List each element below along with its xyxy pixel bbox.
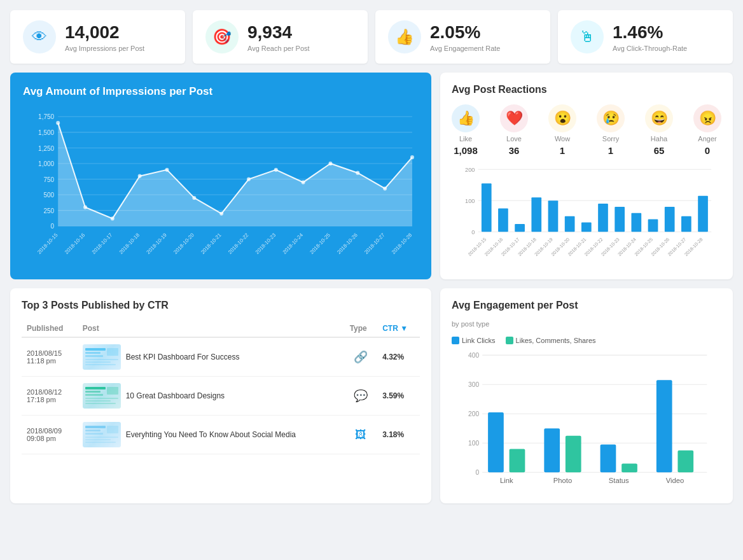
- svg-text:2018-10-19: 2018-10-19: [146, 232, 169, 255]
- table-header: Published Post Type CTR ▼: [22, 320, 420, 337]
- reaction-emoji-haha: 😄: [645, 104, 673, 132]
- cell-ctr-0: 4.32%: [377, 337, 420, 377]
- svg-text:0: 0: [471, 229, 475, 235]
- svg-text:Status: Status: [609, 477, 629, 484]
- svg-rect-81: [85, 355, 103, 357]
- col-published: Published: [22, 320, 78, 337]
- reaction-emoji-anger: 😠: [693, 104, 721, 132]
- kpi-info-impressions: 14,002 Avg Impressions per Post: [65, 22, 144, 52]
- svg-rect-50: [482, 183, 492, 232]
- svg-text:1,000: 1,000: [38, 160, 54, 167]
- svg-text:0: 0: [475, 469, 479, 476]
- svg-point-35: [192, 196, 196, 200]
- svg-rect-57: [598, 204, 608, 232]
- svg-rect-83: [85, 359, 118, 360]
- reaction-label-sorry: Sorry: [602, 135, 619, 143]
- svg-rect-99: [85, 437, 118, 438]
- svg-point-31: [83, 206, 87, 209]
- svg-rect-54: [548, 200, 559, 232]
- kpi-value-ctr: 1.46%: [613, 22, 687, 43]
- svg-text:400: 400: [468, 352, 479, 359]
- cell-type-0: 🔗: [345, 337, 378, 377]
- cell-type-1: 💬: [345, 377, 378, 416]
- svg-rect-51: [498, 208, 508, 232]
- impressions-chart-title: Avg Amount of Impressions per Post: [23, 85, 419, 98]
- reaction-label-anger: Anger: [698, 135, 716, 143]
- svg-rect-101: [85, 442, 116, 443]
- svg-text:2018-10-27: 2018-10-27: [363, 232, 386, 255]
- kpi-label-reach: Avg Reach per Post: [247, 45, 310, 52]
- svg-rect-95: [85, 426, 106, 428]
- table-title: Top 3 Posts Published by CTR: [22, 300, 420, 311]
- svg-rect-87: [85, 387, 106, 389]
- svg-rect-58: [615, 207, 625, 232]
- cell-type-2: 🖼: [345, 416, 378, 454]
- svg-text:2018-10-21: 2018-10-21: [200, 232, 223, 255]
- svg-rect-97: [85, 433, 103, 435]
- svg-text:100: 100: [468, 440, 479, 447]
- svg-text:2018-10-28: 2018-10-28: [683, 237, 704, 257]
- kpi-value-engagement: 2.05%: [430, 22, 500, 43]
- svg-point-36: [219, 211, 223, 215]
- table-row: 2018/08/1217:18 pm 10 Great Dashboard De…: [22, 377, 420, 416]
- reaction-emoji-sorry: 😢: [597, 104, 625, 132]
- impressions-chart-panel: Avg Amount of Impressions per Post 02505…: [10, 73, 431, 279]
- svg-text:2018-10-25: 2018-10-25: [309, 232, 332, 255]
- engagement-legend: Link ClicksLikes, Comments, Shares: [452, 337, 721, 344]
- cell-ctr-1: 3.59%: [377, 377, 420, 416]
- svg-rect-93: [85, 403, 116, 404]
- svg-text:200: 200: [468, 410, 479, 417]
- reaction-count-haha: 65: [654, 145, 665, 156]
- reaction-emoji-love: ❤️: [500, 104, 528, 132]
- svg-point-37: [247, 177, 251, 181]
- svg-text:2018-10-28: 2018-10-28: [391, 232, 413, 255]
- kpi-label-ctr: Avg Click-Through-Rate: [613, 45, 687, 52]
- svg-rect-119: [621, 463, 637, 472]
- svg-point-33: [138, 174, 142, 178]
- engagement-title: Avg Engagement per Post: [452, 300, 721, 311]
- svg-rect-84: [85, 361, 111, 363]
- svg-text:Link: Link: [500, 477, 513, 484]
- kpi-value-impressions: 14,002: [65, 22, 144, 43]
- kpi-icon-engagement: 👍: [388, 20, 421, 53]
- reactions-row: 👍 Like 1,098 ❤️ Love 36 😮 Wow 1 😢 Sorry …: [452, 104, 721, 156]
- reaction-emoji-like: 👍: [452, 104, 480, 132]
- svg-rect-52: [515, 224, 525, 232]
- legend-item-likescommentsshares: Likes, Comments, Shares: [506, 337, 596, 344]
- post-title-2: Everyhting You Need To Know About Social…: [126, 430, 296, 440]
- svg-rect-88: [85, 391, 101, 393]
- reaction-label-wow: Wow: [555, 135, 570, 143]
- bottom-grid: Top 3 Posts Published by CTR Published P…: [10, 288, 733, 503]
- svg-text:200: 200: [465, 167, 475, 173]
- svg-point-43: [410, 155, 414, 159]
- svg-rect-98: [107, 426, 118, 433]
- kpi-value-reach: 9,934: [247, 22, 310, 43]
- reaction-item-anger: 😠 Anger 0: [693, 104, 721, 156]
- reaction-emoji-wow: 😮: [548, 104, 576, 132]
- kpi-card-impressions: 👁 14,002 Avg Impressions per Post: [10, 10, 185, 64]
- col-post: Post: [78, 320, 345, 337]
- reactions-panel: Avg Post Reactions 👍 Like 1,098 ❤️ Love …: [440, 73, 733, 279]
- svg-rect-113: [510, 449, 525, 472]
- svg-point-32: [111, 216, 115, 220]
- svg-rect-100: [85, 439, 111, 440]
- svg-rect-59: [631, 213, 641, 232]
- kpi-card-ctr: 🖱 1.46% Avg Click-Through-Rate: [558, 10, 733, 64]
- kpi-info-reach: 9,934 Avg Reach per Post: [247, 22, 310, 52]
- svg-rect-60: [648, 220, 658, 232]
- reaction-item-haha: 😄 Haha 65: [645, 104, 673, 156]
- kpi-info-ctr: 1.46% Avg Click-Through-Rate: [613, 22, 687, 52]
- kpi-icon-impressions: 👁: [23, 20, 56, 53]
- svg-text:500: 500: [43, 192, 54, 199]
- svg-text:Video: Video: [666, 477, 684, 484]
- kpi-card-engagement: 👍 2.05% Avg Engagement Rate: [375, 10, 550, 64]
- engagement-panel: Avg Engagement per Post by post type Lin…: [440, 288, 733, 503]
- svg-text:300: 300: [468, 381, 479, 388]
- legend-dot: [452, 337, 459, 344]
- reaction-label-love: Love: [506, 135, 522, 143]
- svg-rect-61: [665, 207, 675, 232]
- table-row: 2018/08/1511:18 pm Best KPI Dashboard Fo…: [22, 337, 420, 377]
- reaction-item-like: 👍 Like 1,098: [452, 104, 480, 156]
- reaction-label-like: Like: [459, 135, 472, 143]
- svg-rect-62: [681, 216, 691, 232]
